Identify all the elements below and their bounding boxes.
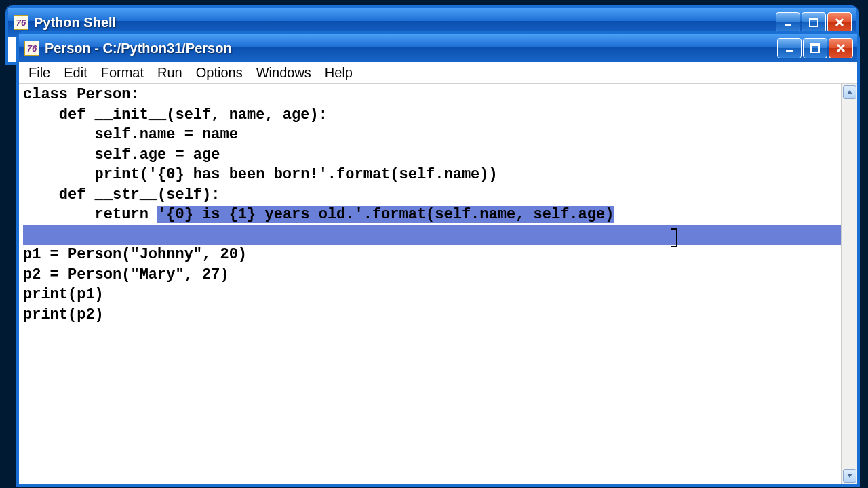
code-line: print(p2) bbox=[23, 305, 841, 325]
code-line: self.name = name bbox=[23, 125, 841, 145]
menu-options[interactable]: Options bbox=[189, 63, 250, 83]
minimize-button-shell[interactable] bbox=[776, 12, 800, 33]
vertical-scrollbar[interactable] bbox=[841, 84, 857, 484]
menu-windows[interactable]: Windows bbox=[250, 63, 318, 83]
menu-edit[interactable]: Edit bbox=[57, 63, 94, 83]
svg-rect-5 bbox=[811, 44, 819, 46]
svg-rect-0 bbox=[785, 24, 791, 26]
svg-rect-3 bbox=[786, 50, 793, 52]
code-text: return bbox=[23, 206, 157, 223]
code-line: p1 = Person("Johnny", 20) bbox=[23, 245, 841, 265]
menubar: File Edit Format Run Options Windows Hel… bbox=[19, 62, 857, 84]
editor-window: 76 Person - C:/Python31/Person File Edit… bbox=[16, 31, 860, 487]
code-line: return '{0} is {1} years old.'.format(se… bbox=[23, 205, 841, 225]
shell-title: Python Shell bbox=[34, 15, 770, 30]
menu-format[interactable]: Format bbox=[94, 63, 151, 83]
menu-help[interactable]: Help bbox=[318, 63, 359, 83]
selection-line bbox=[23, 225, 841, 245]
editor-titlebar[interactable]: 76 Person - C:/Python31/Person bbox=[19, 34, 857, 62]
close-button[interactable] bbox=[829, 38, 853, 58]
svg-rect-2 bbox=[810, 18, 818, 20]
code-line: def __str__(self): bbox=[23, 185, 841, 205]
selection: '{0} is {1} years old.'.format(self.name… bbox=[157, 206, 614, 223]
editor-title: Person - C:/Python31/Person bbox=[45, 41, 772, 56]
maximize-button-shell[interactable] bbox=[802, 12, 826, 33]
code-editor[interactable]: class Person: def __init__(self, name, a… bbox=[19, 84, 841, 484]
app-icon: 76 bbox=[14, 15, 28, 30]
minimize-button[interactable] bbox=[777, 38, 802, 58]
scroll-up-button[interactable] bbox=[843, 85, 856, 99]
menu-file[interactable]: File bbox=[22, 63, 57, 83]
code-line: self.age = age bbox=[23, 145, 841, 165]
menu-run[interactable]: Run bbox=[151, 63, 189, 83]
code-line: def __init__(self, name, age): bbox=[23, 105, 841, 125]
scroll-down-button[interactable] bbox=[843, 469, 856, 483]
code-line: class Person: bbox=[23, 85, 841, 105]
code-line: print('{0} has been born!'.format(self.n… bbox=[23, 165, 841, 185]
app-icon: 76 bbox=[24, 41, 39, 56]
text-cursor-icon bbox=[673, 228, 675, 247]
close-button-shell[interactable] bbox=[827, 12, 852, 33]
code-line: print(p1) bbox=[23, 285, 841, 305]
maximize-button[interactable] bbox=[803, 38, 827, 58]
code-line: p2 = Person("Mary", 27) bbox=[23, 265, 841, 285]
